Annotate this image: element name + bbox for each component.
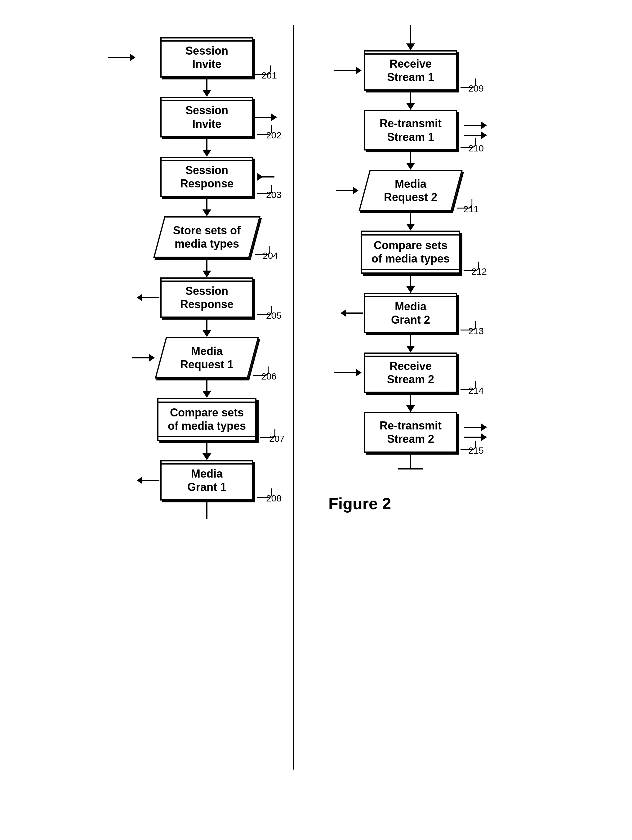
arrow-211-212 <box>406 211 415 231</box>
ref-label-211: 211 <box>463 204 479 215</box>
flow-item-203: Session Response 203 <box>139 157 274 197</box>
ref-label-208: 208 <box>266 493 282 504</box>
ref-label-212: 212 <box>471 266 487 277</box>
ref-label-210: 210 <box>468 143 484 154</box>
flow-item-210: Re-transmit Stream 1 <box>328 110 493 150</box>
node-212: Compare sets of media types 212 <box>361 231 460 273</box>
flow-item-213: Media Grant 2 213 <box>328 293 493 333</box>
top-entry-arrowhead <box>406 43 415 50</box>
arrow-204-205 <box>139 258 274 278</box>
flow-item-211: Media Request 2 211 <box>328 170 493 211</box>
flow-item-207: Compare sets of media types 207 <box>139 398 274 441</box>
arrow-212-213 <box>406 274 415 293</box>
ref-label-206: 206 <box>261 371 277 382</box>
arrow-214-215 <box>406 393 415 412</box>
node-209: Receive Stream 1 209 <box>364 50 457 91</box>
right-column: Receive Stream 1 209 <box>319 25 493 513</box>
ref-label-204: 204 <box>263 250 278 262</box>
ref-label-209: 209 <box>468 83 484 94</box>
entry-arrow-209 <box>334 67 362 74</box>
entry-arrow-214 <box>334 369 362 376</box>
ref-label-205: 205 <box>266 310 282 321</box>
node-207: Compare sets of media types 207 <box>157 398 257 441</box>
arrow-209-210 <box>406 91 415 110</box>
arrow-206-207 <box>139 379 274 398</box>
node-204: Store sets of media types 204 <box>153 216 260 258</box>
ref-label-203: 203 <box>266 189 282 201</box>
node-213: Media Grant 2 213 <box>364 293 457 333</box>
left-column: Session Invite 201 Session Invite <box>139 25 294 770</box>
node-214: Receive Stream 2 214 <box>364 352 457 393</box>
arrow-202-203 <box>139 137 274 157</box>
entry-arrow-201 <box>108 54 136 61</box>
flow-item-214: Receive Stream 2 214 <box>328 352 493 393</box>
exit-arrow-213 <box>340 309 363 317</box>
flow-item-201: Session Invite 201 <box>139 37 274 77</box>
flow-item-209: Receive Stream 1 209 <box>328 50 493 91</box>
exit-arrow-205 <box>137 294 159 301</box>
arrow-205-206 <box>139 318 274 337</box>
node-202: Session Invite 202 <box>160 97 253 137</box>
entry-arrow-211 <box>336 187 358 194</box>
ref-label-215: 215 <box>468 445 484 456</box>
ref-label-214: 214 <box>468 385 484 396</box>
bottom-line-208 <box>206 501 208 519</box>
flow-item-204: Store sets of media types 204 <box>139 216 274 258</box>
arrow-207-208 <box>139 441 274 460</box>
double-exit-arrow-215 <box>464 423 487 441</box>
bottom-bar-215 <box>398 453 423 469</box>
ref-label-207: 207 <box>269 433 285 444</box>
top-entry <box>406 25 415 50</box>
ref-label-213: 213 <box>468 325 484 337</box>
node-210: Re-transmit Stream 1 <box>364 110 457 150</box>
flow-item-212: Compare sets of media types 212 <box>328 231 493 273</box>
entry-arrow-203 <box>257 173 280 181</box>
arrow-203-204 <box>139 197 274 216</box>
flow-item-205: Session Response 205 <box>139 278 274 318</box>
node-206: Media Request 1 206 <box>155 337 259 379</box>
node-211: Media Request 2 211 <box>358 170 463 211</box>
node-208: Media Grant 1 208 <box>160 460 253 501</box>
page: Session Invite 201 Session Invite <box>0 0 632 840</box>
node-215: Re-transmit Stream 2 <box>364 412 457 452</box>
exit-arrow-202 <box>254 114 277 121</box>
diagram-container: Session Invite 201 Session Invite <box>13 25 619 770</box>
double-exit-arrow-210 <box>464 122 487 139</box>
arrow-213-214 <box>406 333 415 352</box>
exit-arrow-208 <box>137 477 159 484</box>
arrow-210-211 <box>406 150 415 170</box>
ref-label-201: 201 <box>262 70 277 81</box>
node-203: Session Response 203 <box>160 157 253 197</box>
flow-item-208: Media Grant 1 208 <box>139 460 274 501</box>
entry-arrow-206 <box>132 354 155 362</box>
figure-caption: Figure 2 <box>328 494 493 513</box>
flow-item-215: Re-transmit Stream 2 <box>328 412 493 452</box>
flow-item-202: Session Invite 202 <box>139 97 274 137</box>
node-205: Session Response 205 <box>160 278 253 318</box>
ref-label-202: 202 <box>266 130 282 141</box>
arrow-201-202 <box>139 77 274 97</box>
flow-item-206: Media Request 1 206 <box>139 337 274 379</box>
node-201: Session Invite 201 <box>160 37 253 77</box>
